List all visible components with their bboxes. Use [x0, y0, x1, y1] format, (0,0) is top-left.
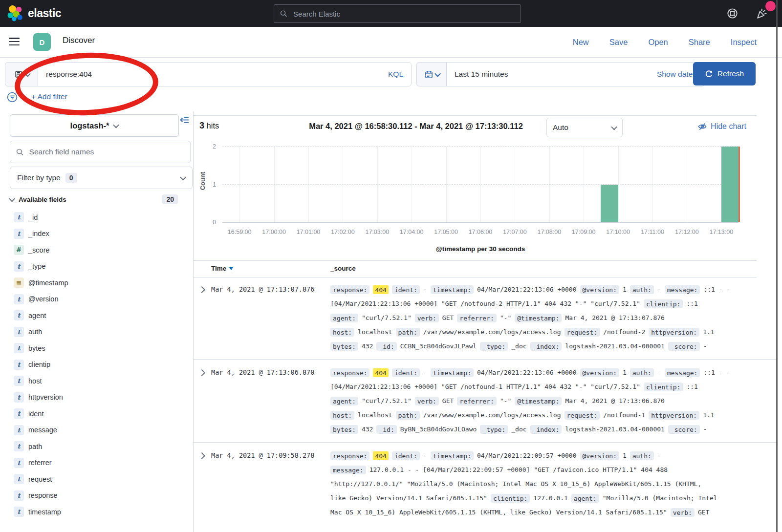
page-title: Discover: [63, 36, 95, 45]
field-value: like Gecko) Version/14.1 Safari/605.1.15…: [330, 494, 487, 502]
grid-line-vertical: [308, 147, 309, 222]
field-item-request[interactable]: trequest: [0, 471, 193, 488]
doc-source-line: host:localhostpath:/var/www/example.com/…: [330, 325, 762, 339]
filter-icon[interactable]: [6, 91, 19, 104]
query-input[interactable]: [38, 70, 380, 79]
share-button[interactable]: Share: [689, 38, 710, 47]
field-key: _type:: [480, 425, 508, 434]
field-item-@version[interactable]: t@version: [0, 291, 193, 308]
grid-line-vertical: [652, 147, 653, 222]
field-key: host:: [330, 411, 354, 420]
elastic-logo[interactable]: elastic: [7, 5, 61, 21]
query-language-button[interactable]: KQL: [380, 70, 411, 79]
new-button[interactable]: New: [573, 38, 589, 47]
calendar-icon: [425, 70, 433, 79]
field-item-referrer[interactable]: treferrer: [0, 455, 193, 471]
chevron-down-icon: [24, 70, 31, 77]
doc-source-line: like Gecko) Version/14.1 Safari/605.1.15…: [330, 491, 762, 505]
field-key: @timestamp:: [515, 314, 562, 322]
histogram-bar-17:09:30[interactable]: [601, 185, 618, 223]
doc-timestamp: Mar 4, 2021 @ 17:13:06.870: [211, 365, 314, 380]
y-axis: 012: [206, 147, 218, 222]
filter-by-type-select[interactable]: Filter by type 0: [10, 167, 193, 189]
field-item-bytes[interactable]: tbytes: [0, 340, 193, 357]
doc-source-line: Mac OS X 10_15_6) AppleWebKit/605.1.15 (…: [330, 505, 762, 519]
saved-query-menu-button[interactable]: [5, 62, 39, 86]
collapse-sidebar-icon[interactable]: [180, 115, 189, 125]
add-filter-button[interactable]: + Add filter: [31, 92, 67, 101]
field-key: _score:: [668, 342, 700, 351]
field-search-input[interactable]: [28, 147, 184, 157]
available-fields-header[interactable]: Available fields 20: [10, 194, 178, 204]
histogram-bar-17:13:00[interactable]: [721, 147, 740, 222]
doc-source-line: response:404ident:-timestamp:04/Mar/2021…: [330, 282, 762, 297]
field-item-path[interactable]: tpath: [0, 438, 193, 455]
expand-row-icon[interactable]: [198, 369, 205, 376]
field-item-@timestamp[interactable]: ▦@timestamp: [0, 275, 193, 291]
refresh-button[interactable]: Refresh: [693, 62, 756, 85]
field-item-clientip[interactable]: tclientip: [0, 357, 193, 373]
menu-icon[interactable]: [9, 38, 20, 45]
field-key: bytes:: [330, 425, 358, 434]
x-tick-label: 17:04:00: [400, 229, 424, 235]
field-value: -: [703, 426, 707, 433]
expand-row-icon[interactable]: [198, 452, 205, 459]
y-tick-label: 1: [213, 181, 216, 188]
field-item-_id[interactable]: t_id: [0, 209, 193, 226]
field-type-icon: #: [14, 245, 24, 255]
field-item-message[interactable]: tmessage: [0, 422, 193, 439]
x-tick-label: 16:59:00: [228, 229, 252, 235]
field-value: 04/Mar/2021:22:09:57 +0000: [477, 452, 577, 459]
hits-label: hits: [207, 121, 219, 130]
field-item-auth[interactable]: tauth: [0, 324, 193, 340]
field-type-icon: t: [14, 294, 24, 304]
global-search-box[interactable]: [274, 4, 521, 23]
field-key: timestamp:: [431, 451, 474, 460]
field-item-httpversion[interactable]: thttpversion: [0, 389, 193, 406]
open-button[interactable]: Open: [648, 38, 668, 47]
help-icon[interactable]: [727, 8, 738, 19]
save-button[interactable]: Save: [609, 38, 628, 47]
field-key: response:: [330, 451, 369, 460]
x-axis: 16:59:0017:00:0017:01:0017:02:0017:03:00…: [222, 229, 739, 237]
expand-row-icon[interactable]: [198, 286, 205, 293]
x-tick-label: 17:11:00: [641, 229, 664, 235]
field-value: localhost: [358, 328, 392, 336]
field-value: localhost: [358, 411, 392, 419]
index-pattern-select[interactable]: logstash-*: [10, 114, 179, 137]
field-value: 432: [362, 426, 373, 433]
show-dates-button[interactable]: Show dates: [657, 70, 696, 79]
discover-app-badge[interactable]: D: [33, 33, 51, 51]
field-value: /notfound-2: [603, 328, 645, 336]
global-search-input[interactable]: [292, 9, 515, 19]
x-tick-label: 17:12:00: [675, 229, 699, 235]
field-item-agent[interactable]: tagent: [0, 307, 193, 324]
hide-chart-button[interactable]: Hide chart: [698, 122, 746, 131]
doc-source-line: host:localhostpath:/var/www/example.com/…: [330, 408, 762, 422]
doc-rows: Mar 4, 2021 @ 17:13:07.876response:404id…: [194, 277, 776, 525]
field-item-_type[interactable]: t_type: [0, 258, 193, 275]
field-type-icon: t: [14, 392, 24, 403]
date-picker-menu-button[interactable]: [416, 62, 448, 86]
field-item-response[interactable]: tresponse: [0, 488, 193, 504]
field-item-timestamp[interactable]: ttimestamp: [0, 504, 193, 520]
interval-select[interactable]: Auto: [546, 118, 623, 137]
field-item-_index[interactable]: t_index: [0, 226, 193, 242]
field-item-host[interactable]: thost: [0, 373, 193, 389]
time-range-value[interactable]: Last 15 minutes: [455, 70, 508, 79]
inspect-button[interactable]: Inspect: [731, 38, 757, 47]
field-value: ::1 - -: [703, 369, 730, 376]
table-row: Mar 4, 2021 @ 17:09:58.278response:404id…: [194, 442, 776, 525]
field-name: _id: [28, 213, 38, 221]
grid-line-vertical: [549, 147, 550, 222]
column-header-time[interactable]: Time: [211, 265, 233, 272]
field-key: ident:: [392, 285, 420, 294]
field-item-ident[interactable]: tident: [0, 405, 193, 422]
field-value: ByBN_3cB04dGovJLOawo: [400, 426, 477, 433]
field-key: verb:: [415, 314, 439, 322]
field-value: /var/www/example.com/logs/access.log: [423, 328, 561, 336]
field-value: _doc: [511, 426, 526, 433]
grid-line-vertical: [687, 147, 687, 222]
field-item-_score[interactable]: #_score: [0, 242, 193, 258]
doc-source-line: message:127.0.0.1 - - [04/Mar/2021:22:09…: [330, 463, 762, 477]
